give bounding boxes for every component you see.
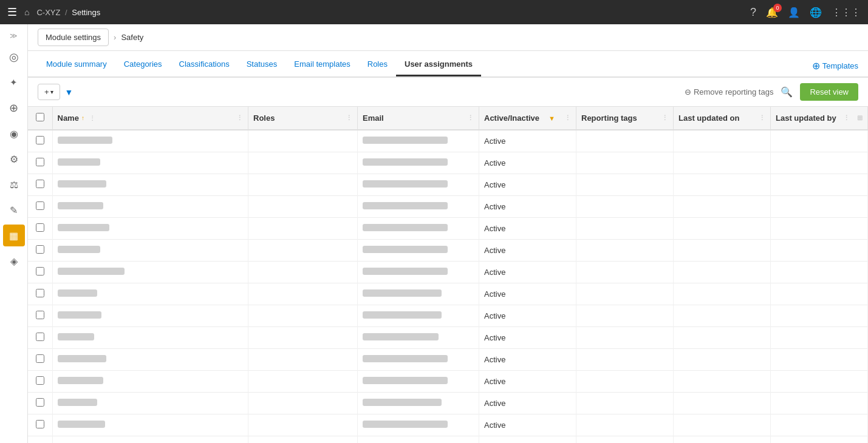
th-status-label: Active/Inactive: [484, 113, 539, 123]
row-tags: [576, 152, 674, 174]
row-checkbox[interactable]: [36, 180, 44, 188]
add-button[interactable]: + ▾: [38, 84, 60, 100]
row-email: [358, 152, 479, 174]
row-checkbox[interactable]: [36, 245, 44, 254]
user-icon[interactable]: 👤: [788, 7, 800, 18]
th-roles: Roles ⋮: [248, 107, 358, 130]
search-icon[interactable]: 🔍: [781, 86, 793, 98]
row-checkbox[interactable]: [36, 158, 44, 166]
sidebar-item-dashboard[interactable]: ◎: [3, 46, 25, 68]
row-name: [52, 349, 248, 371]
sidebar-item-module[interactable]: ◈: [3, 250, 25, 272]
breadcrumb-settings[interactable]: Settings: [72, 8, 100, 17]
tab-statuses[interactable]: Statuses: [238, 53, 286, 76]
updated-on-filter-icon[interactable]: ⋮: [759, 114, 765, 122]
filter-active-icon[interactable]: ▼: [65, 87, 73, 97]
notifications-icon[interactable]: 🔔 0: [766, 7, 778, 18]
reset-view-button[interactable]: Reset view: [800, 83, 858, 101]
table-container: Name ↑ ⋮ ⋮ Roles ⋮: [28, 107, 868, 443]
remove-tags-button[interactable]: ⊖ Remove reporting tags: [685, 87, 774, 96]
row-status: Active: [479, 436, 576, 444]
row-checkbox-cell: [28, 283, 52, 305]
user-assignments-table: Name ↑ ⋮ ⋮ Roles ⋮: [28, 107, 868, 443]
table-row: Active: [28, 152, 868, 174]
row-updated-by: [771, 218, 868, 240]
row-checkbox[interactable]: [36, 289, 44, 297]
select-all-checkbox[interactable]: [36, 113, 44, 121]
row-name: [52, 436, 248, 444]
row-status: Active: [479, 152, 576, 174]
row-roles: [248, 393, 358, 414]
menu-icon[interactable]: ☰: [7, 5, 17, 19]
row-checkbox[interactable]: [36, 136, 44, 144]
row-checkbox[interactable]: [36, 201, 44, 210]
sidebar-item-target[interactable]: ◉: [3, 123, 25, 144]
row-updated-on: [674, 218, 771, 240]
row-checkbox[interactable]: [36, 267, 44, 276]
status-col-filter[interactable]: ⋮: [564, 114, 571, 122]
row-status: Active: [479, 283, 576, 305]
row-checkbox-cell: [28, 262, 52, 283]
globe-icon[interactable]: 🌐: [810, 7, 822, 18]
row-email: [358, 305, 479, 327]
apps-icon[interactable]: ⋮⋮⋮: [832, 7, 861, 18]
tab-categories[interactable]: Categories: [115, 53, 171, 76]
roles-filter-icon[interactable]: ⋮: [346, 114, 352, 122]
name-sort-icon[interactable]: ↑: [81, 115, 84, 121]
tab-user-assignments[interactable]: User assignments: [396, 53, 481, 76]
row-updated-on: [674, 371, 771, 393]
row-checkbox[interactable]: [36, 420, 44, 428]
home-icon[interactable]: ⌂: [24, 7, 29, 17]
table-row: Active: [28, 393, 868, 414]
sidebar-item-stars[interactable]: ✦: [3, 72, 25, 93]
column-options-icon[interactable]: ⊞: [857, 114, 863, 122]
row-tags: [576, 196, 674, 218]
sidebar-item-scale[interactable]: ⚖: [3, 174, 25, 195]
name-resize[interactable]: ⋮: [89, 115, 95, 121]
breadcrumb-cxyz[interactable]: C-XYZ: [36, 8, 60, 17]
templates-label: Templates: [822, 61, 858, 70]
status-filter-icon[interactable]: ▼: [548, 115, 555, 122]
th-updated-by: Last updated by ⋮ ⊞: [771, 107, 868, 130]
row-roles: [248, 305, 358, 327]
row-checkbox[interactable]: [36, 398, 44, 407]
tab-roles[interactable]: Roles: [359, 53, 396, 76]
row-roles: [248, 262, 358, 283]
row-checkbox-cell: [28, 240, 52, 262]
row-tags: [576, 240, 674, 262]
tab-classifications[interactable]: Classifications: [171, 53, 238, 76]
table-header: Name ↑ ⋮ ⋮ Roles ⋮: [28, 107, 868, 130]
row-status: Active: [479, 240, 576, 262]
module-settings-breadcrumb[interactable]: Module settings: [38, 29, 109, 46]
row-checkbox[interactable]: [36, 311, 44, 319]
row-updated-on: [674, 152, 771, 174]
sidebar-item-grid[interactable]: ▦: [3, 225, 25, 246]
row-name: [52, 327, 248, 349]
templates-plus-icon: ⊕: [812, 60, 820, 72]
row-name: [52, 130, 248, 152]
help-icon[interactable]: ?: [750, 6, 756, 19]
th-status: Active/Inactive ▼ ⋮: [479, 107, 576, 130]
updated-by-filter-icon[interactable]: ⋮: [843, 114, 850, 122]
row-checkbox[interactable]: [36, 376, 44, 385]
row-checkbox[interactable]: [36, 354, 44, 363]
table-row: Active: [28, 414, 868, 436]
add-dropdown-icon: ▾: [50, 89, 53, 95]
table-row: Active: [28, 218, 868, 240]
tab-email-templates[interactable]: Email templates: [285, 53, 358, 76]
sidebar-item-settings[interactable]: ⚙: [3, 148, 25, 170]
row-updated-by: [771, 393, 868, 414]
table-row: Active: [28, 262, 868, 283]
tags-filter-icon[interactable]: ⋮: [661, 114, 668, 122]
email-filter-icon[interactable]: ⋮: [467, 114, 474, 122]
name-filter-icon[interactable]: ⋮: [236, 114, 243, 122]
sidebar-item-navigation[interactable]: ⊕: [3, 97, 25, 119]
breadcrumb: C-XYZ / Settings: [36, 8, 100, 17]
row-checkbox[interactable]: [36, 333, 44, 341]
table-row: Active: [28, 371, 868, 393]
row-checkbox[interactable]: [36, 223, 44, 232]
templates-button[interactable]: ⊕ Templates: [812, 60, 858, 72]
sidebar-collapse[interactable]: ≫: [7, 29, 20, 42]
tab-module-summary[interactable]: Module summary: [38, 53, 115, 76]
sidebar-item-edit[interactable]: ✎: [3, 199, 25, 221]
